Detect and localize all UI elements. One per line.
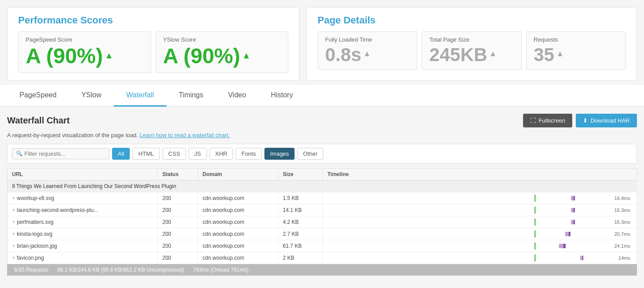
expand-icon[interactable]: + [12, 243, 15, 249]
cell-timeline: 16.4ms [322, 192, 636, 204]
waterfall-header: Waterfall Chart ⛶ Fullscreen ⬇ Download … [7, 114, 637, 127]
bar-receive [574, 196, 575, 200]
cell-status: 200 [158, 192, 198, 204]
tab-history[interactable]: History [259, 85, 306, 107]
expand-icon[interactable]: + [12, 219, 15, 225]
cell-domain: cdn.woorkup.com [198, 240, 278, 252]
expand-icon[interactable]: + [12, 195, 15, 201]
filter-css-button[interactable]: CSS [163, 148, 186, 160]
cell-url: +launching-second-wordpress-plu... [8, 204, 158, 216]
cell-status: 200 [158, 216, 198, 228]
requests-arrow: ▲ [556, 50, 564, 58]
filter-other-button[interactable]: Other [297, 148, 323, 160]
bar-wait [565, 232, 569, 236]
pagespeed-score-block: PageSpeed Score A (90%) ▲ [18, 31, 151, 73]
waterfall-actions: ⛶ Fullscreen ⬇ Download HAR [523, 114, 637, 127]
status-requests: 6/35 Requests [14, 267, 48, 273]
cell-timeline: 16.3ms [322, 216, 636, 228]
tab-list: PageSpeed YSlow Waterfall Timings Video … [7, 85, 637, 106]
fullscreen-button[interactable]: ⛶ Fullscreen [523, 114, 572, 127]
bar-receive [574, 220, 575, 224]
col-url: URL [8, 168, 158, 180]
cell-size: 14.1 KB [278, 204, 322, 216]
fully-loaded-label: Fully Loaded Time [325, 36, 410, 43]
timeline-label: 16.4ms [614, 196, 630, 201]
status-time: 793ms (Onload 761ms) [193, 267, 248, 273]
yslow-arrow: ▲ [242, 50, 251, 60]
cell-timeline: 16.3ms [322, 204, 636, 216]
cell-domain: cdn.woorkup.com [198, 204, 278, 216]
filter-all-button[interactable]: All [112, 148, 130, 160]
download-har-button[interactable]: ⬇ Download HAR [576, 114, 637, 127]
timeline-green-line [535, 195, 535, 202]
filter-xhr-button[interactable]: XHR [209, 148, 233, 160]
bar-wait [559, 244, 563, 248]
fullscreen-icon: ⛶ [530, 117, 536, 124]
filter-fonts-button[interactable]: Fonts [236, 148, 262, 160]
bar-receive [574, 208, 575, 212]
cell-size: 1.5 KB [278, 192, 322, 204]
expand-icon[interactable]: + [12, 231, 15, 237]
tabs-section: PageSpeed YSlow Waterfall Timings Video … [0, 85, 644, 107]
waterfall-chart-title: Waterfall Chart [7, 115, 70, 126]
pagespeed-label: PageSpeed Score [26, 36, 144, 43]
timeline-label: 16.3ms [614, 207, 630, 213]
tab-yslow[interactable]: YSlow [69, 85, 114, 107]
col-size: Size [278, 168, 322, 180]
status-bar: 6/35 Requests 86.1 KB/244.6 KB (95.6 KB/… [7, 264, 637, 276]
timeline-green-line [535, 254, 535, 261]
cell-size: 2 KB [278, 252, 322, 264]
cell-size: 2.7 KB [278, 228, 322, 240]
table-row: +brian-jackson.jpg200cdn.woorkup.com61.7… [8, 240, 637, 252]
tab-pagespeed[interactable]: PageSpeed [7, 85, 69, 107]
cell-url: +perfmatters.svg [8, 216, 158, 228]
learn-more-link[interactable]: Learn how to read a waterfall chart. [140, 132, 230, 138]
status-size: 86.1 KB/244.6 KB (95.6 KB/662.2 KB Uncom… [57, 267, 184, 273]
timeline-green-line [535, 219, 535, 226]
expand-icon[interactable]: + [12, 255, 15, 261]
waterfall-description: A request-by-request visualization of th… [7, 132, 637, 138]
timeline-label: 16.3ms [614, 219, 630, 225]
total-size-arrow: ▲ [489, 50, 497, 58]
filter-input-wrap: 🔍 [12, 148, 109, 159]
table-row: +favicon.png200cdn.woorkup.com2 KB14ms [8, 252, 637, 264]
cell-status: 200 [158, 228, 198, 240]
page-title-row: 9 Things We Learned From Launching Our S… [8, 180, 637, 192]
cell-domain: cdn.woorkup.com [198, 228, 278, 240]
search-input[interactable] [24, 150, 104, 157]
requests-label: Requests [534, 36, 618, 43]
cell-timeline: 20.7ms [322, 228, 636, 240]
cell-url: +woorkup-v8.svg [8, 192, 158, 204]
cell-url: +kinsta-logo.svg [8, 228, 158, 240]
fully-loaded-block: Fully Loaded Time 0.8s ▲ [318, 31, 417, 70]
filter-html-button[interactable]: HTML [132, 148, 159, 160]
timeline-label: 20.7ms [614, 231, 630, 237]
table-row: +launching-second-wordpress-plu...200cdn… [8, 204, 637, 216]
pagespeed-arrow: ▲ [105, 50, 113, 60]
page-details-panel: Page Details Fully Loaded Time 0.8s ▲ To… [306, 7, 637, 81]
search-icon: 🔍 [16, 150, 23, 157]
cell-timeline: 24.1ms [322, 240, 636, 252]
performance-scores-title: Performance Scores [18, 15, 288, 26]
table-row: +woorkup-v8.svg200cdn.woorkup.com1.5 KB1… [8, 192, 637, 204]
requests-table: URL Status Domain Size Timeline 9 Things… [7, 168, 637, 264]
filter-images-button[interactable]: Images [264, 148, 295, 160]
tab-timings[interactable]: Timings [167, 85, 216, 107]
cell-status: 200 [158, 204, 198, 216]
cell-size: 61.7 KB [278, 240, 322, 252]
total-size-block: Total Page Size 245KB ▲ [422, 31, 521, 70]
tab-video[interactable]: Video [216, 85, 259, 107]
timeline-label: 14ms [618, 255, 630, 261]
table-row: +kinsta-logo.svg200cdn.woorkup.com2.7 KB… [8, 228, 637, 240]
page-title-cell: 9 Things We Learned From Launching Our S… [8, 180, 637, 192]
timeline-green-line [535, 207, 535, 214]
col-timeline: Timeline [322, 168, 636, 180]
expand-icon[interactable]: + [12, 207, 15, 213]
download-icon: ⬇ [583, 117, 588, 124]
total-size-value: 245KB ▲ [429, 45, 514, 65]
tab-waterfall[interactable]: Waterfall [114, 85, 167, 107]
cell-url: +brian-jackson.jpg [8, 240, 158, 252]
col-status: Status [158, 168, 198, 180]
fully-loaded-value: 0.8s ▲ [325, 45, 410, 65]
filter-js-button[interactable]: JS [189, 148, 207, 160]
